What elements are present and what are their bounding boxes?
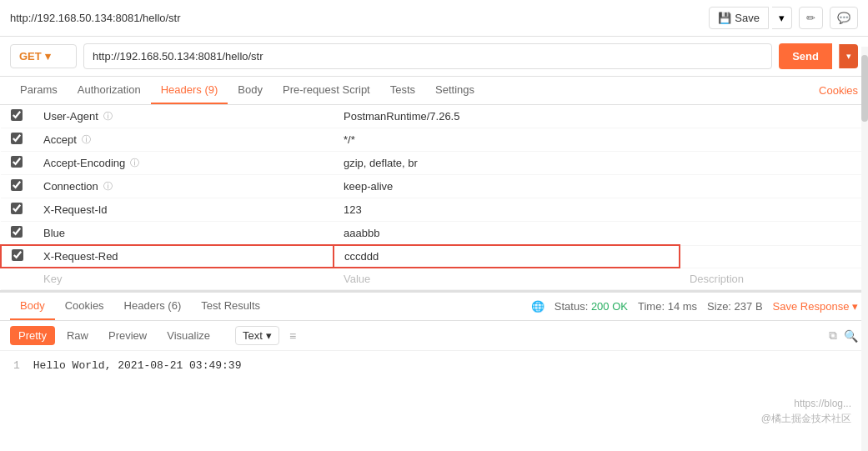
scrollbar[interactable] — [861, 47, 868, 451]
row-checkbox[interactable] — [11, 133, 23, 144]
body-view-tabs: Pretty Raw Preview Visualize Text ▾ ≡ ⧉ … — [0, 321, 868, 351]
size-label: Size: 237 B — [707, 300, 763, 313]
save-dropdown-button[interactable]: ▾ — [772, 7, 792, 29]
tab-authorization[interactable]: Authorization — [68, 77, 151, 104]
save-response-button[interactable]: Save Response ▾ — [773, 300, 858, 313]
send-dropdown-button[interactable]: ▾ — [839, 44, 858, 68]
top-bar: http://192.168.50.134:8081/hello/str 💾 S… — [0, 0, 868, 37]
header-value: PostmanRuntime/7.26.5 — [344, 110, 459, 123]
view-tab-pretty[interactable]: Pretty — [10, 326, 55, 345]
view-tab-preview[interactable]: Preview — [100, 326, 155, 345]
view-tab-visualize[interactable]: Visualize — [158, 326, 218, 345]
send-button[interactable]: Send — [779, 43, 832, 69]
tab-params[interactable]: Params — [10, 77, 68, 104]
request-title: http://192.168.50.134:8081/hello/str — [10, 12, 181, 24]
new-key-placeholder[interactable]: Key — [43, 273, 62, 285]
time-value: 14 ms — [668, 300, 697, 313]
row-checkbox[interactable] — [11, 203, 23, 214]
tab-body[interactable]: Body — [228, 77, 273, 104]
response-tab-cookies[interactable]: Cookies — [55, 293, 114, 320]
new-value-placeholder[interactable]: Value — [344, 273, 370, 285]
response-content: Hello World, 2021-08-21 03:49:39 — [33, 359, 242, 372]
table-row: Connection ⓘ keep-alive — [1, 175, 868, 198]
method-label: GET — [19, 50, 42, 63]
comment-button[interactable]: 💬 — [830, 7, 858, 29]
format-arrow: ▾ — [266, 329, 272, 342]
table-row: Accept ⓘ */* — [1, 128, 868, 152]
method-select[interactable]: GET ▾ — [10, 44, 77, 68]
watermark-line1: https://blog... — [761, 396, 851, 411]
size-value: 237 B — [735, 300, 763, 313]
headers-section: User-Agent ⓘ PostmanRuntime/7.26.5 Accep… — [0, 105, 868, 290]
response-tab-body[interactable]: Body — [10, 293, 55, 320]
request-tabs: Params Authorization Headers (9) Body Pr… — [0, 77, 868, 105]
row-checkbox[interactable] — [11, 156, 23, 168]
response-body: 1Hello World, 2021-08-21 03:49:39 — [0, 351, 868, 380]
cookies-link[interactable]: Cookies — [819, 78, 858, 103]
watermark: https://blog... @橘土掘金技术社区 — [761, 396, 851, 426]
format-select[interactable]: Text ▾ — [235, 326, 279, 345]
response-tab-headers[interactable]: Headers (6) — [114, 293, 192, 320]
search-icon[interactable]: 🔍 — [844, 329, 858, 343]
header-value: aaabbb — [344, 227, 379, 239]
header-key: Connection — [43, 180, 98, 193]
tab-headers[interactable]: Headers (9) — [151, 77, 228, 104]
row-checkbox[interactable] — [12, 249, 23, 261]
edit-button[interactable]: ✏ — [799, 7, 823, 29]
header-key: X-Request-Id — [43, 203, 108, 216]
url-bar: GET ▾ Send ▾ — [0, 37, 868, 77]
table-row: X-Request-Id 123 — [1, 198, 868, 222]
new-desc-placeholder[interactable]: Description — [690, 273, 744, 285]
status-label: Status: 200 OK — [554, 300, 628, 313]
save-icon: 💾 — [718, 12, 731, 24]
info-icon[interactable]: ⓘ — [130, 157, 139, 169]
response-tabs-bar: Body Cookies Headers (6) Test Results 🌐 … — [0, 290, 868, 321]
status-code: 200 — [591, 300, 610, 313]
url-input[interactable] — [83, 43, 772, 69]
filter-icon[interactable]: ≡ — [289, 329, 296, 343]
header-value: */* — [344, 133, 355, 146]
info-icon[interactable]: ⓘ — [103, 110, 113, 123]
row-checkbox[interactable] — [11, 109, 23, 121]
table-row: X-Request-Red cccddd — [1, 245, 868, 268]
format-label: Text — [243, 329, 263, 342]
response-status-bar: 🌐 Status: 200 OK Time: 14 ms Size: 237 B… — [531, 300, 858, 313]
header-value: keep-alive — [344, 180, 393, 193]
time-label: Time: 14 ms — [638, 300, 697, 313]
header-key: Blue — [43, 227, 65, 239]
header-value: gzip, deflate, br — [344, 157, 418, 169]
top-bar-actions: 💾 Save ▾ ✏ 💬 — [709, 7, 858, 29]
table-row: Blue aaabbb — [1, 222, 868, 246]
header-key: User-Agent — [43, 110, 98, 123]
method-arrow: ▾ — [45, 50, 51, 63]
row-checkbox[interactable] — [11, 226, 23, 238]
status-text: OK — [612, 300, 628, 313]
header-key: Accept-Encoding — [43, 157, 125, 169]
info-icon[interactable]: ⓘ — [82, 133, 91, 146]
header-value: 123 — [344, 203, 362, 216]
scrollbar-thumb[interactable] — [861, 55, 868, 122]
line-number: 1 — [13, 359, 20, 372]
response-tab-test-results[interactable]: Test Results — [191, 293, 270, 320]
row-checkbox[interactable] — [11, 179, 23, 191]
header-value: cccddd — [344, 250, 379, 263]
copy-icon[interactable]: ⧉ — [829, 328, 837, 343]
new-header-row: Key Value Description — [1, 268, 868, 290]
view-tab-raw[interactable]: Raw — [58, 326, 97, 345]
headers-table: User-Agent ⓘ PostmanRuntime/7.26.5 Accep… — [0, 105, 868, 290]
tab-settings[interactable]: Settings — [425, 77, 484, 104]
table-row: Accept-Encoding ⓘ gzip, deflate, br — [1, 152, 868, 175]
table-row: User-Agent ⓘ PostmanRuntime/7.26.5 — [1, 105, 868, 128]
globe-icon: 🌐 — [531, 300, 544, 313]
watermark-line2: @橘土掘金技术社区 — [761, 411, 851, 426]
info-icon[interactable]: ⓘ — [103, 180, 113, 193]
tab-pre-request-script[interactable]: Pre-request Script — [273, 77, 380, 104]
save-button[interactable]: 💾 Save — [709, 7, 769, 29]
tab-tests[interactable]: Tests — [380, 77, 425, 104]
header-key: Accept — [43, 133, 77, 146]
header-key: X-Request-Red — [43, 250, 118, 263]
